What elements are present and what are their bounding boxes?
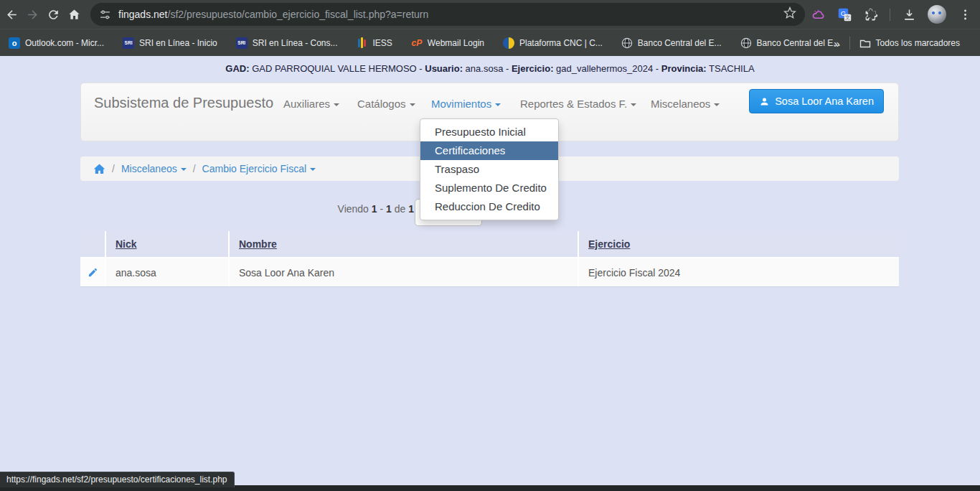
bookmark-outlook[interactable]: o Outlook.com - Micr...	[9, 37, 104, 49]
puzzle-icon	[864, 8, 878, 22]
outlook-icon: o	[9, 37, 20, 49]
profile-avatar[interactable]	[928, 5, 946, 24]
site-settings-icon[interactable]	[99, 9, 111, 21]
bookmarks-overflow-button[interactable]: »	[834, 37, 839, 50]
bookmark-label: Plataforma CNC | C...	[519, 38, 603, 48]
nav-item-reportes[interactable]: Reportes & Estados F.	[520, 94, 636, 114]
iess-icon	[357, 37, 368, 49]
forward-button[interactable]	[23, 5, 42, 24]
home-button[interactable]	[65, 5, 83, 24]
usuario-value: ana.sosa	[466, 63, 504, 74]
url-bar[interactable]: fingads.net/sf2/presupuesto/cambio_ejerc…	[90, 3, 805, 26]
person-icon	[759, 96, 770, 107]
edit-pencil-icon[interactable]	[88, 267, 98, 278]
caret-down-icon	[334, 103, 339, 106]
pink-cloud-icon	[811, 8, 825, 22]
extensions-button[interactable]	[863, 6, 879, 22]
nav-item-movimientos[interactable]: Movimientos	[431, 94, 501, 114]
reload-icon	[47, 8, 60, 22]
globe-icon	[740, 37, 752, 49]
browser-toolbar: fingads.net/sf2/presupuesto/cambio_ejerc…	[0, 0, 980, 29]
bookmark-iess[interactable]: IESS	[357, 37, 392, 49]
bookmark-plataforma-cnc[interactable]: Plataforma CNC | C...	[503, 37, 603, 49]
breadcrumb-label: Cambio Ejercicio Fiscal	[202, 163, 306, 174]
reload-button[interactable]	[44, 5, 62, 24]
caret-down-icon	[410, 103, 415, 106]
bookmark-webmail[interactable]: cP Webmail Login	[411, 37, 484, 49]
ejercicio-label: Ejercicio:	[512, 63, 554, 74]
menu-item-suplemento-de-credito[interactable]: Suplemento De Credito	[420, 179, 558, 197]
bookmarks-bar: o Outlook.com - Micr... SRI SRI en Línea…	[0, 29, 980, 56]
bookmark-label: Outlook.com - Micr...	[25, 38, 104, 48]
gad-value: GAD PARROQUIAL VALLE HERMOSO	[252, 63, 416, 74]
usuario-label: Usuario:	[425, 63, 463, 74]
results-end: 1	[386, 203, 392, 215]
menu-item-traspaso[interactable]: Traspaso	[420, 160, 558, 179]
bookmark-label: Webmail Login	[428, 38, 484, 48]
nav-item-miscelaneos[interactable]: Miscelaneos	[651, 94, 720, 114]
table-row-edit-cell	[80, 258, 105, 286]
bookmark-banco-central-2[interactable]: Banco Central del E...	[740, 37, 841, 49]
sri-icon: SRI	[123, 37, 134, 49]
table-header-ejercicio[interactable]: Ejercicio	[579, 231, 899, 257]
folder-icon	[859, 37, 871, 49]
breadcrumb-separator: /	[112, 163, 115, 174]
bookmark-label: Banco Central del E...	[638, 38, 722, 48]
movimientos-dropdown-menu: Presupuesto Inicial Certificaciones Tras…	[420, 118, 559, 220]
separator: -	[503, 63, 512, 74]
caret-down-icon	[714, 103, 720, 106]
home-icon	[67, 8, 81, 22]
table-header-nombre[interactable]: Nombre	[230, 231, 578, 257]
user-button[interactable]: Sosa Loor Ana Karen	[749, 89, 884, 113]
nav-item-catalogos[interactable]: Catálogos	[357, 94, 415, 114]
session-info-line: GAD: GAD PARROQUIAL VALLE HERMOSO - Usua…	[0, 63, 980, 74]
results-dash: -	[380, 203, 383, 215]
bookmarks-right-cluster: » Todos los marcadores	[834, 29, 960, 57]
toolbar-divider	[890, 9, 890, 21]
results-prefix: Viendo	[338, 203, 369, 215]
navbar-brand[interactable]: Subsistema de Presupuesto	[94, 93, 273, 113]
ejercicio-value: gad_vallehermos_2024	[556, 63, 653, 74]
results-counter: Viendo 1 - 1 de 1	[338, 203, 414, 215]
menu-item-reduccion-de-credito[interactable]: Reduccion De Credito	[420, 197, 558, 216]
bookmark-label: IESS	[373, 38, 392, 48]
breadcrumb-item-cambio-ejercicio[interactable]: Cambio Ejercicio Fiscal	[202, 163, 316, 174]
translate-icon: G 文	[838, 8, 852, 22]
link-status-tooltip: https://fingads.net/sf2/presupuesto/cert…	[0, 472, 235, 487]
table-header-nick[interactable]: Nick	[106, 231, 228, 257]
records-table: Nick Nombre Ejercicio ana.sosa Sosa Loor…	[80, 231, 899, 286]
translate-button[interactable]: G 文	[837, 6, 852, 22]
bookmark-banco-central-1[interactable]: Banco Central del E...	[621, 37, 722, 49]
svg-text:文: 文	[844, 14, 849, 21]
user-button-label: Sosa Loor Ana Karen	[775, 95, 874, 107]
all-bookmarks-button[interactable]: Todos los marcadores	[859, 37, 960, 49]
cnc-icon	[503, 37, 514, 49]
menu-item-presupuesto-inicial[interactable]: Presupuesto Inicial	[420, 123, 558, 141]
back-arrow-icon	[5, 8, 19, 22]
bookmark-star-button[interactable]	[783, 6, 796, 22]
menu-item-certificaciones[interactable]: Certificaciones	[420, 141, 558, 160]
downloads-button[interactable]	[901, 6, 917, 22]
screen: fingads.net/sf2/presupuesto/cambio_ejerc…	[0, 0, 980, 491]
bookmark-label: Banco Central del E...	[757, 38, 841, 48]
results-start: 1	[372, 203, 377, 215]
nav-item-label: Reportes & Estados F.	[520, 98, 627, 110]
back-button[interactable]	[2, 5, 21, 24]
url-text: fingads.net/sf2/presupuesto/cambio_ejerc…	[118, 9, 428, 20]
breadcrumb-item-miscelaneos[interactable]: Miscelaneos	[121, 163, 187, 174]
results-of: de	[395, 203, 406, 215]
bookmark-label: SRI en Línea - Inicio	[139, 38, 217, 48]
download-icon	[903, 8, 916, 22]
bookmark-sri-consultas[interactable]: SRI SRI en Línea - Cons...	[236, 37, 338, 49]
nav-item-auxiliares[interactable]: Auxiliares	[283, 94, 339, 114]
breadcrumb-separator: /	[193, 163, 196, 174]
bookmark-sri-inicio[interactable]: SRI SRI en Línea - Inicio	[123, 37, 217, 49]
caret-down-icon	[310, 168, 316, 171]
chrome-menu-button[interactable]	[957, 6, 973, 22]
breadcrumb-label: Miscelaneos	[121, 163, 177, 174]
separator: -	[653, 63, 661, 74]
caret-down-icon	[631, 103, 636, 106]
cloud-extension-button[interactable]	[810, 6, 826, 22]
breadcrumb-home-button[interactable]	[93, 163, 105, 175]
caret-down-icon	[181, 168, 187, 171]
